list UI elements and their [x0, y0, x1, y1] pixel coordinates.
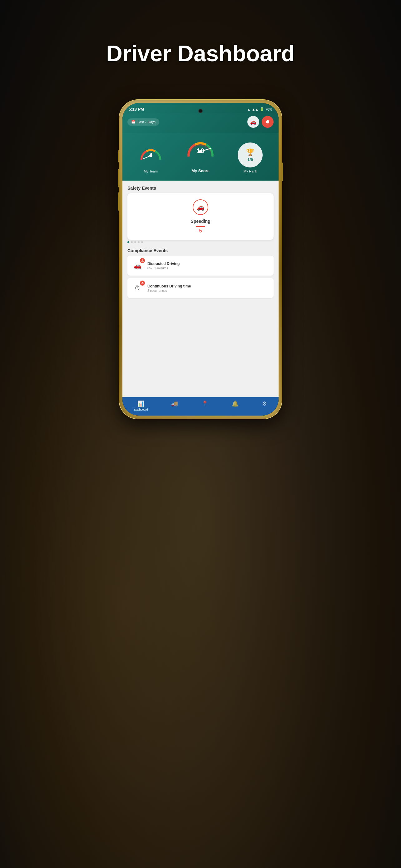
score-section: 4 My Team	[123, 133, 278, 181]
car-icon-compliance: 🚗	[134, 262, 141, 269]
status-icons: ▲ ▲▲ 🔋 70%	[247, 107, 272, 111]
safety-events-section: Safety Events 🚗 Speeding 5	[127, 186, 274, 243]
dot-2	[131, 241, 133, 243]
status-time: 5:13 PM	[129, 107, 144, 112]
battery-level: 70%	[265, 107, 272, 111]
camera-notch	[198, 109, 203, 113]
vehicle-button[interactable]: 🚗	[247, 116, 259, 128]
compliance-events-title: Compliance Events	[127, 248, 274, 253]
my-score-item: 10 My Score	[185, 135, 216, 173]
power-button	[282, 162, 283, 181]
volume-down-button	[118, 169, 119, 187]
trophy-icon: 🏆	[246, 148, 255, 157]
my-team-label: My Team	[144, 169, 157, 173]
safety-event-card[interactable]: 🚗 Speeding 5	[127, 193, 274, 240]
trips-icon: 🚚	[171, 400, 178, 407]
speeding-count: 5	[196, 226, 205, 234]
continuous-driving-text: Continuous Driving time 2 occurrences	[147, 284, 270, 292]
rank-value: 1/5	[247, 157, 253, 162]
my-score-value: 10	[197, 147, 204, 155]
my-team-gauge: 4	[138, 143, 163, 167]
distracted-driving-text: Distracted Driving 0% | 2 minutes	[147, 261, 270, 270]
nav-trips[interactable]: 🚚	[171, 400, 178, 411]
safety-events-title: Safety Events	[127, 186, 274, 191]
warning-badge-2: ⚠	[140, 281, 145, 286]
warning-badge-1: ⚠	[140, 258, 145, 263]
record-button[interactable]: ⏺	[262, 116, 274, 128]
nav-settings[interactable]: ⚙	[262, 400, 267, 411]
continuous-driving-icon: ⏱ ⚠	[131, 282, 144, 294]
continuous-driving-detail: 2 occurrences	[147, 289, 270, 292]
header-actions: 🚗 ⏺	[247, 116, 274, 128]
nav-dashboard[interactable]: 📊 Dashboard	[134, 400, 148, 411]
my-score-label: My Score	[192, 168, 209, 173]
date-filter[interactable]: 📅 Last 7 Days	[127, 118, 159, 126]
camera-button	[118, 192, 119, 211]
app-header: 📅 Last 7 Days 🚗 ⏺	[123, 114, 278, 133]
my-team-value: 4	[149, 152, 153, 158]
distracted-driving-icon: 🚗 ⚠	[131, 259, 144, 272]
record-icon: ⏺	[265, 119, 270, 125]
bottom-navigation: 📊 Dashboard 🚚 📍 🔔	[123, 397, 278, 415]
main-content: Safety Events 🚗 Speeding 5	[123, 181, 278, 397]
distracted-driving-item[interactable]: 🚗 ⚠ Distracted Driving 0% | 2 minutes	[127, 256, 274, 276]
settings-icon: ⚙	[262, 400, 267, 407]
nav-notifications[interactable]: 🔔	[232, 400, 239, 411]
my-rank-label: My Rank	[244, 169, 257, 173]
compliance-events-section: Compliance Events 🚗 ⚠ Distracted Driving…	[127, 248, 274, 298]
dashboard-icon: 📊	[137, 400, 144, 407]
dot-3	[134, 241, 136, 243]
speeding-icon: 🚗	[197, 204, 205, 211]
nav-location[interactable]: 📍	[201, 400, 208, 411]
dot-1	[127, 241, 129, 243]
my-score-gauge: 10	[185, 135, 216, 166]
continuous-driving-item[interactable]: ⏱ ⚠ Continuous Driving time 2 occurrence…	[127, 278, 274, 298]
volume-up-button	[118, 150, 119, 162]
rank-trophy: 🏆 1/5	[238, 143, 263, 167]
speeding-label: Speeding	[191, 219, 210, 224]
battery-icon: 🔋	[260, 107, 264, 111]
app-screen: 5:13 PM ▲ ▲▲ 🔋 70% 📅 Last 7 Days	[123, 103, 278, 415]
bell-icon: 🔔	[232, 400, 239, 407]
phone-device: 5:13 PM ▲ ▲▲ 🔋 70% 📅 Last 7 Days	[119, 100, 282, 419]
continuous-driving-name: Continuous Driving time	[147, 284, 270, 288]
my-team-score: 4 My Team	[138, 143, 163, 173]
dot-5	[141, 241, 143, 243]
distracted-driving-detail: 0% | 2 minutes	[147, 267, 270, 270]
wifi-icon: ▲	[247, 107, 250, 111]
clock-icon-compliance: ⏱	[134, 285, 140, 292]
signal-icon: ▲▲	[252, 107, 259, 111]
dot-4	[138, 241, 140, 243]
distracted-driving-name: Distracted Driving	[147, 261, 270, 266]
location-icon: 📍	[201, 400, 208, 407]
dashboard-label: Dashboard	[134, 408, 148, 411]
phone-screen-container: 5:13 PM ▲ ▲▲ 🔋 70% 📅 Last 7 Days	[123, 103, 278, 415]
speeding-icon-circle: 🚗	[193, 199, 208, 215]
phone-frame: 5:13 PM ▲ ▲▲ 🔋 70% 📅 Last 7 Days	[119, 100, 282, 419]
carousel-dots	[127, 241, 274, 243]
calendar-icon: 📅	[131, 120, 136, 124]
page-title: Driver Dashboard	[106, 41, 295, 66]
date-filter-label: Last 7 Days	[137, 120, 156, 124]
my-rank-item: 🏆 1/5 My Rank	[238, 143, 263, 173]
car-icon: 🚗	[250, 119, 257, 125]
